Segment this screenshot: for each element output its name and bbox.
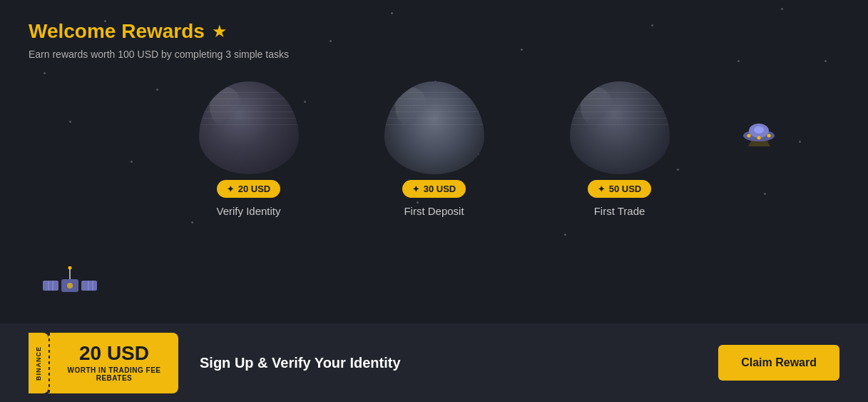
card-verify-identity[interactable]: ✦ 20 USD Verify Identity [192,81,306,217]
card-label-first-deposit: First Deposit [404,205,464,217]
satellite-decoration [41,266,98,309]
svg-rect-0 [43,281,58,291]
ticket-description: WORTH IN TRADING FEEREBATES [67,366,160,382]
reward-cards-container: ✦ 20 USD Verify Identity ✦ 30 USD [29,81,839,217]
page-title: Welcome Rewards [29,20,205,43]
reward-ticket: BINANCE 20 USD WORTH IN TRADING FEEREBAT… [29,333,178,393]
ticket-divider [48,333,50,393]
card-label-verify-identity: Verify Identity [216,205,280,217]
badge-first-deposit: ✦ 30 USD [402,180,466,198]
ticket-amount: 20 USD [79,343,149,363]
reward-description: Sign Up & Verify Your Identity [200,355,697,371]
planet-2 [384,81,484,174]
reward-bar: BINANCE 20 USD WORTH IN TRADING FEEREBAT… [0,323,868,402]
card-first-deposit[interactable]: ✦ 30 USD First Deposit [377,81,491,217]
svg-point-9 [67,283,73,288]
planet-container-3 [563,81,677,174]
svg-rect-1 [81,281,97,291]
star-icon: ★ [212,21,228,41]
planet-3 [570,81,670,174]
planet-container-2 [377,81,491,174]
planet-container-1 [192,81,306,174]
card-label-first-trade: First Trade [594,205,645,217]
page-subtitle: Earn rewards worth 100 USD by completing… [29,49,839,60]
claim-reward-button[interactable]: Claim Reward [718,345,839,381]
svg-point-4 [68,266,72,270]
planet-1 [199,81,299,174]
badge-coin-icon-3: ✦ [598,184,605,194]
card-first-trade[interactable]: ✦ 50 USD First Trade [563,81,677,217]
ticket-content: 20 USD WORTH IN TRADING FEEREBATES [50,333,178,393]
ticket-brand: BINANCE [29,333,48,393]
badge-coin-icon-1: ✦ [227,184,234,194]
badge-verify-identity: ✦ 20 USD [217,180,281,198]
badge-coin-icon-2: ✦ [412,184,419,194]
badge-first-trade: ✦ 50 USD [588,180,652,198]
